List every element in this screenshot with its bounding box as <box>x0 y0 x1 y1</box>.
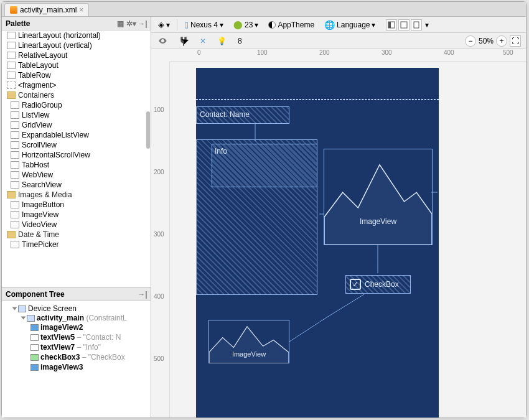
component-tree-title: Component Tree <box>6 290 65 299</box>
design-toolbar-top: ◈▾ ▯Nexus 4▾ ⬤23▾ AppTheme 🌐Language▾ ▾ <box>151 17 526 33</box>
palette-item[interactable]: TabHost <box>9 160 151 170</box>
xml-file-icon <box>10 6 17 14</box>
tree-item[interactable]: textView7 – "Info" <box>30 342 148 352</box>
design-canvas[interactable]: 0 100 200 300 400 500 100 200 300 400 50… <box>151 49 526 418</box>
component-tree-hide-icon[interactable]: →| <box>138 290 147 299</box>
show-constraints-button[interactable] <box>155 35 171 47</box>
palette-panel[interactable]: LinearLayout (horizontal) LinearLayout (… <box>2 30 151 287</box>
ruler-horizontal: 0 100 200 300 400 500 <box>170 49 526 62</box>
viewmode-dropdown[interactable]: ▾ <box>423 19 431 30</box>
default-margin-value[interactable]: 8 <box>235 35 245 47</box>
zoom-in-button[interactable]: + <box>496 35 507 47</box>
palette-header: Palette ▦ ✲▾ →| <box>2 17 151 30</box>
palette-item[interactable]: LinearLayout (vertical) <box>6 40 151 50</box>
viewmode-design-button[interactable] <box>386 19 397 30</box>
editor-tab-activity-main[interactable]: activity_main.xml × <box>4 3 89 16</box>
ruler-vertical: 100 200 300 400 500 <box>151 62 170 418</box>
palette-scrollbar[interactable] <box>146 111 150 149</box>
palette-item[interactable]: HorizontalScrollView <box>9 150 151 160</box>
palette-item[interactable]: ExpandableListView <box>9 130 151 140</box>
widget-checkbox3[interactable]: CheckBox <box>345 275 411 294</box>
palette-item[interactable]: GridView <box>9 120 151 130</box>
clear-constraints-button[interactable]: ✕ <box>197 35 209 47</box>
palette-hide-icon[interactable]: →| <box>138 19 147 28</box>
palette-item[interactable]: TimePicker <box>9 240 151 250</box>
tree-item[interactable]: checkBox3 – "CheckBox <box>30 352 148 362</box>
svg-rect-2 <box>401 22 407 28</box>
palette-item[interactable]: ScrollView <box>9 140 151 150</box>
svg-rect-1 <box>388 22 391 28</box>
zoom-fit-button[interactable]: ⛶ <box>510 35 521 47</box>
palette-item[interactable]: SearchView <box>9 180 151 190</box>
editor-tab-bar: activity_main.xml × <box>2 2 526 17</box>
language-selector[interactable]: 🌐Language▾ <box>321 19 378 31</box>
tree-layout[interactable]: activity_main (ConstraintL imageView2 te… <box>22 313 148 373</box>
design-editor: ◈▾ ▯Nexus 4▾ ⬤23▾ AppTheme 🌐Language▾ ▾ … <box>151 17 526 418</box>
mountain-icon <box>324 149 432 245</box>
widget-textview7[interactable]: Info <box>212 144 317 187</box>
palette-item[interactable]: TableRow <box>6 70 151 80</box>
palette-item[interactable]: RelativeLayout <box>6 50 151 60</box>
palette-group-containers[interactable]: Containers <box>6 90 151 100</box>
palette-item[interactable]: WebView <box>9 170 151 180</box>
autoconnect-button[interactable] <box>176 35 192 47</box>
component-tree-panel: Component Tree →| Device Screen activity… <box>2 287 151 418</box>
viewmode-both-button[interactable] <box>411 19 422 30</box>
tree-item[interactable]: imageView2 <box>30 322 148 332</box>
design-surface-button[interactable]: ◈▾ <box>155 19 173 30</box>
palette-settings-icon[interactable]: ✲▾ <box>127 19 136 28</box>
ide-window: activity_main.xml × Palette ▦ ✲▾ →| Line… <box>1 1 527 418</box>
tab-close-icon[interactable]: × <box>79 6 83 14</box>
checkbox-icon <box>350 279 361 290</box>
component-tree-header: Component Tree →| <box>2 287 151 301</box>
zoom-out-button[interactable]: − <box>465 35 476 47</box>
zoom-value: 50% <box>479 37 494 45</box>
palette-item[interactable]: ListView <box>9 110 151 120</box>
palette-grid-icon[interactable]: ▦ <box>116 19 124 28</box>
globe-icon: 🌐 <box>324 20 335 30</box>
api-selector[interactable]: ⬤23▾ <box>230 19 261 30</box>
tree-item[interactable]: textView5 – "Contact: N <box>30 332 148 342</box>
theme-icon <box>268 21 276 29</box>
tree-root[interactable]: Device Screen activity_main (ConstraintL… <box>13 304 148 373</box>
palette-item[interactable]: ImageButton <box>9 200 151 210</box>
palette-title: Palette <box>6 19 30 28</box>
widget-imageview3[interactable]: ImageView <box>208 320 289 363</box>
device-frame[interactable]: Contact: Name Info ImageView <box>196 68 439 418</box>
left-panel: Palette ▦ ✲▾ →| LinearLayout (horizontal… <box>2 17 151 418</box>
palette-group-date-time[interactable]: Date & Time <box>6 230 151 240</box>
viewmode-blueprint-button[interactable] <box>398 19 410 30</box>
tree-item[interactable]: imageView3 <box>30 362 148 372</box>
palette-item[interactable]: <fragment> <box>6 80 151 90</box>
widget-imageview-main[interactable]: ImageView <box>324 149 433 245</box>
palette-item[interactable]: LinearLayout (horizontal) <box>6 30 151 40</box>
design-toolbar-constraints: ➤ ✕ 💡 8 − 50% + ⛶ <box>151 33 526 49</box>
palette-item[interactable]: TableLayout <box>6 60 151 70</box>
svg-rect-3 <box>414 22 419 28</box>
tab-label: activity_main.xml <box>20 6 77 14</box>
main-area: Palette ▦ ✲▾ →| LinearLayout (horizontal… <box>2 17 526 418</box>
palette-item[interactable]: RadioGroup <box>9 100 151 110</box>
palette-item[interactable]: VideoView <box>9 220 151 230</box>
palette-item[interactable]: ImageView <box>9 210 151 220</box>
palette-group-images-media[interactable]: Images & Media <box>6 190 151 200</box>
widget-textview5[interactable]: Contact: Name <box>196 106 289 124</box>
device-selector[interactable]: ▯Nexus 4▾ <box>181 19 227 30</box>
theme-selector[interactable]: AppTheme <box>265 19 317 30</box>
component-tree-body[interactable]: Device Screen activity_main (ConstraintL… <box>2 301 151 418</box>
infer-constraints-button[interactable]: 💡 <box>214 35 230 47</box>
